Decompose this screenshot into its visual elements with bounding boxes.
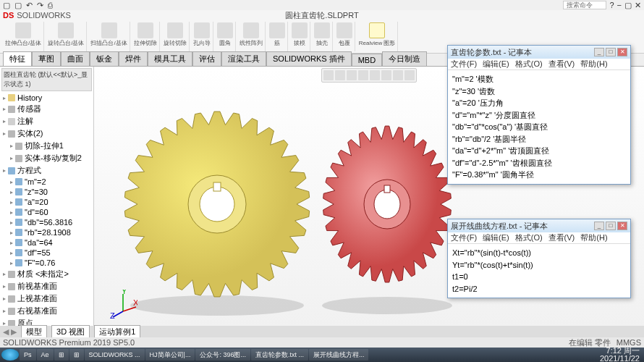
notepad-menu-item[interactable]: 帮助(H) [580, 232, 607, 243]
windows-taskbar[interactable]: PsAe⊞⊞SOLIDWORKS ...HJ简单公司|...公众号: 396图.… [0, 348, 644, 362]
ribbon-icon[interactable] [137, 22, 153, 38]
notepad-titlebar[interactable]: 直齿轮参数.txt - 记事本 _□✕ [448, 46, 630, 59]
notepad-parameters[interactable]: 直齿轮参数.txt - 记事本 _□✕ 文件(F)编辑(E)格式(O)查看(V)… [447, 45, 631, 185]
ribbon-icon[interactable] [101, 22, 117, 38]
taskbar-item[interactable]: Ps [20, 349, 36, 361]
bottom-tab[interactable]: 运动算例1 [94, 325, 140, 339]
feature-tree-item[interactable]: ▸"rb"=28.1908 [1, 227, 92, 237]
view-tool-icon[interactable] [404, 70, 415, 80]
view-tool-icon[interactable] [370, 70, 380, 80]
feature-tree-item[interactable]: ▸"da"=64 [1, 237, 92, 248]
notepad-menu[interactable]: 文件(F)编辑(E)格式(O)查看(V)帮助(H) [448, 59, 630, 70]
ribbon-group[interactable]: 圆角 [215, 22, 236, 51]
notepad-equations[interactable]: 展开线曲线方程.txt - 记事本 _□✕ 文件(F)编辑(E)格式(O)查看(… [447, 219, 631, 298]
feature-tree-item[interactable]: ▸"F"=0.76 [1, 258, 92, 268]
command-tab[interactable]: SOLIDWORKS 插件 [266, 51, 352, 66]
notepad-menu-item[interactable]: 格式(O) [515, 232, 543, 243]
view-tool-icon[interactable] [358, 70, 368, 80]
orientation-triad[interactable]: Y X Z [109, 290, 137, 319]
close-icon[interactable]: ✕ [617, 48, 627, 56]
notepad-body[interactable]: Xt="rb"*(sin(t)-t*cos(t))Yt="rb"*(cos(t)… [448, 244, 630, 298]
feature-tree-item[interactable]: ▸传感器 [1, 103, 92, 115]
ribbon-icon[interactable] [314, 22, 330, 38]
search-input[interactable] [563, 1, 606, 9]
ribbon-group[interactable]: 拉伸凸台/基体 [3, 22, 44, 51]
min-icon[interactable]: _ [594, 48, 604, 56]
view-tool-icon[interactable] [381, 70, 391, 80]
ribbon-group[interactable]: 筋 [267, 22, 288, 51]
feature-tree-item[interactable]: ▸右视基准面 [1, 305, 92, 317]
notepad-menu-item[interactable]: 文件(F) [451, 59, 477, 70]
close-icon[interactable]: ✕ [635, 1, 641, 10]
feature-tree-item[interactable]: ▸注解 [1, 115, 92, 127]
minimize-icon[interactable]: − [617, 1, 622, 9]
ribbon-icon[interactable] [292, 22, 308, 38]
max-icon[interactable]: □ [606, 222, 616, 230]
feature-tree-item[interactable]: ▸材质 <未指定> [1, 268, 92, 280]
feature-tree-item[interactable]: ▸前视基准面 [1, 280, 92, 292]
notepad-menu-item[interactable]: 帮助(H) [580, 59, 607, 70]
ribbon-group[interactable]: 拉伸切除 [132, 22, 160, 51]
view-tool-icon[interactable] [335, 70, 345, 80]
feature-tree-item[interactable]: ▸"m"=2 [1, 177, 92, 187]
ribbon-group[interactable]: 拔模 [289, 22, 310, 51]
taskbar-item[interactable]: 公众号: 396图... [195, 349, 250, 361]
command-tab[interactable]: MBD [352, 54, 382, 66]
command-tab[interactable]: 草图 [32, 51, 61, 66]
ribbon-group[interactable]: 旋转凸台/基体 [46, 22, 87, 51]
ribbon-icon[interactable] [217, 22, 233, 38]
taskbar-item[interactable]: 展开线曲线方程... [309, 349, 369, 361]
notepad-menu-item[interactable]: 查看(V) [548, 232, 575, 243]
qat-icon[interactable]: ▢ [3, 1, 10, 10]
ribbon-icon[interactable] [269, 22, 285, 38]
feature-tree[interactable]: 圆柱直齿轮 (默认<<默认>_显示状态 1) ▸History▸传感器▸注解▸实… [0, 67, 94, 348]
view-tool-icon[interactable] [347, 70, 357, 80]
feature-tree-item[interactable]: ▸"d"=60 [1, 207, 92, 217]
help-icon[interactable]: ? [609, 1, 614, 9]
ribbon-group[interactable]: 线性阵列 [237, 22, 266, 51]
command-tab[interactable]: 曲面 [61, 51, 90, 66]
feature-tree-item[interactable]: ▸"z"=30 [1, 187, 92, 197]
realview-icon[interactable] [369, 22, 385, 38]
qat-icon[interactable]: ↶ [26, 1, 33, 10]
ribbon-icon[interactable] [194, 22, 210, 38]
ribbon-icon[interactable] [58, 22, 74, 38]
min-icon[interactable]: _ [594, 222, 604, 230]
feature-tree-item[interactable]: ▸方程式 [1, 164, 92, 177]
taskbar-item[interactable]: Ae [37, 349, 54, 361]
start-button[interactable] [1, 349, 19, 361]
feature-tree-item[interactable]: ▸切除-拉伸1 [1, 140, 92, 152]
notepad-body[interactable]: "m"=2 '模数"z"=30 '齿数"a"=20 '压力角"d"="m"*"z… [448, 70, 630, 184]
feature-tree-item[interactable]: ▸"db"=56.3816 [1, 217, 92, 227]
bottom-tab[interactable]: 3D 视图 [51, 325, 90, 339]
feature-tree-item[interactable]: ▸实体-移动/复制2 [1, 152, 92, 164]
qat-icon[interactable]: ↷ [37, 1, 43, 10]
ribbon-icon[interactable] [243, 22, 259, 38]
qat-icon[interactable]: ⎙ [48, 1, 53, 10]
notepad-menu[interactable]: 文件(F)编辑(E)格式(O)查看(V)帮助(H) [448, 232, 630, 244]
ribbon-group[interactable]: 扫描凸台/基体 [88, 22, 130, 51]
qat-icon[interactable]: ▢ [14, 1, 22, 10]
feature-tree-item[interactable]: ▸实体(2) [1, 127, 92, 140]
feature-tree-item[interactable]: ▸History [1, 93, 92, 103]
notepad-menu-item[interactable]: 格式(O) [515, 59, 543, 70]
notepad-menu-item[interactable]: 编辑(E) [483, 59, 509, 70]
notepad-menu-item[interactable]: 文件(F) [451, 232, 477, 243]
close-icon[interactable]: ✕ [617, 222, 627, 230]
taskbar-item[interactable]: HJ简单公司|... [145, 349, 195, 361]
command-tab[interactable]: 今日制造 [382, 51, 427, 66]
ribbon-icon[interactable] [15, 22, 31, 38]
taskbar-item[interactable]: ⊞ [69, 349, 84, 361]
feature-tree-item[interactable]: ▸"a"=20 [1, 197, 92, 207]
ribbon-icon[interactable] [336, 22, 352, 38]
ribbon-group[interactable]: 孔向导 [191, 22, 213, 51]
bottom-tabs[interactable]: ◀ ▶模型3D 视图运动算例1 [0, 326, 644, 337]
feature-tree-item[interactable]: ▸"df"=55 [1, 248, 92, 258]
taskbar-clock[interactable]: 7:12 周一 2021/11/22 [597, 347, 643, 362]
view-tool-icon[interactable] [323, 70, 334, 80]
command-tab[interactable]: 焊件 [119, 51, 148, 66]
taskbar-item[interactable]: ⊞ [54, 349, 69, 361]
bottom-tab[interactable]: 模型 [21, 325, 47, 339]
feature-tree-item[interactable]: ▸上视基准面 [1, 292, 92, 305]
taskbar-item[interactable]: 直齿轮参数.txt ... [251, 349, 308, 361]
